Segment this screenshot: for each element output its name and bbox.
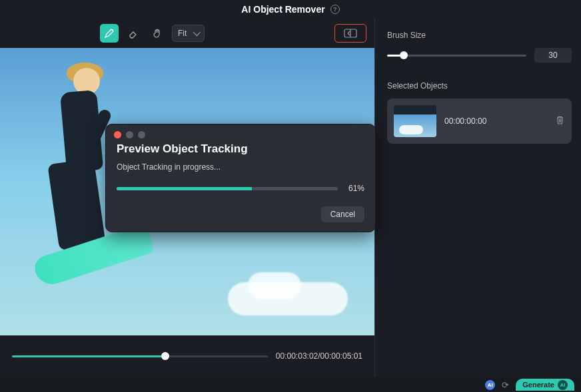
eraser-tool-button[interactable] [124,24,143,43]
generate-label: Generate [522,381,554,389]
zoom-label: Fit [178,29,187,38]
timecode: 00:00:03:02/00:00:05:01 [276,351,362,361]
timeline: 00:00:03:02/00:00:05:01 [0,335,374,377]
refresh-button[interactable]: ⟳ [502,380,509,390]
timeline-scrubber[interactable] [12,355,268,357]
progress-row: 61% [106,184,375,206]
window-traffic-lights [106,124,375,142]
tracking-progress-dialog: Preview Object Tracking Object Tracking … [105,124,376,232]
trash-icon [555,115,565,125]
scrubber-fill [12,355,165,357]
scrubber-thumb[interactable] [161,352,169,360]
brush-size-label: Brush Size [387,31,572,40]
info-icon[interactable]: ? [330,5,340,14]
delete-object-button[interactable] [555,115,565,128]
compare-icon [344,29,357,38]
brush-size-value[interactable]: 30 [534,48,572,63]
ai-icon: AI [558,380,568,390]
window-minimize-button[interactable] [126,131,133,138]
time-current: 00:00:03:02 [276,351,318,361]
object-timecode: 00:00:00:00 [444,116,547,126]
window-maximize-button[interactable] [138,131,145,138]
zoom-dropdown[interactable]: Fit [172,25,205,42]
preview-cloud [228,282,348,315]
ai-badge[interactable]: AI [485,380,495,390]
window-close-button[interactable] [114,131,121,138]
toolbar: Fit [0,19,374,48]
page-title: AI Object Remover [241,4,324,15]
hand-tool-button[interactable] [148,24,167,43]
progress-percent: 61% [344,184,364,193]
header-bar: AI Object Remover ? [0,0,581,19]
footer-bar: AI ⟳ Generate AI [0,377,581,392]
generate-button[interactable]: Generate AI [516,379,574,391]
brush-size-slider[interactable] [387,55,526,57]
progress-fill [117,187,252,190]
time-total: 00:00:05:01 [320,351,362,361]
object-thumbnail [394,105,436,137]
right-panel: Brush Size 30 Selected Objects 00:00:00:… [374,19,581,377]
progress-bar [117,187,338,190]
dialog-title: Preview Object Tracking [106,142,375,162]
brush-icon [104,28,115,39]
brush-size-row: 30 [387,48,572,63]
cancel-button[interactable]: Cancel [321,206,364,222]
compare-button[interactable] [334,24,366,43]
svg-point-0 [112,29,113,31]
selected-object-card[interactable]: 00:00:00:00 [387,98,572,144]
slider-thumb[interactable] [400,51,408,59]
dialog-status-text: Object Tracking in progress... [106,162,375,184]
brush-tool-button[interactable] [100,24,119,43]
chevron-down-icon [193,29,201,36]
eraser-icon [128,28,139,39]
selected-objects-label: Selected Objects [387,81,572,91]
dialog-actions: Cancel [106,206,375,222]
hand-icon [152,28,163,39]
